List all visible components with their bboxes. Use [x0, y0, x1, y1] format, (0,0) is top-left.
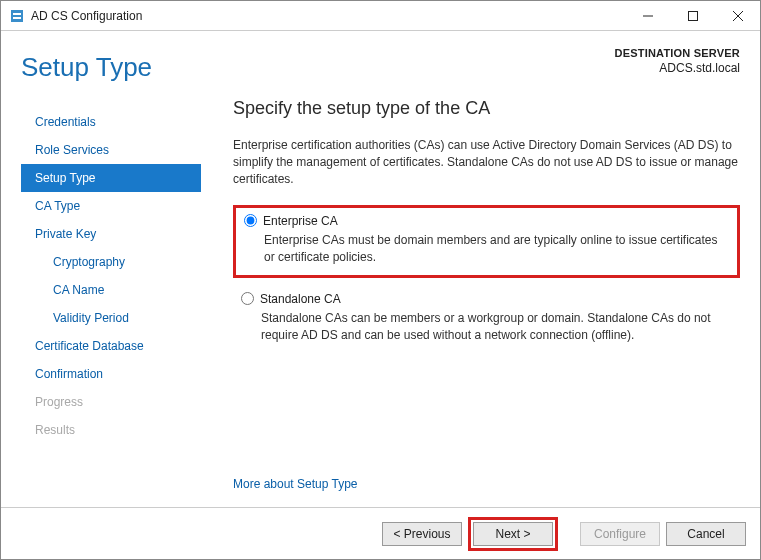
- svg-rect-0: [11, 10, 23, 22]
- sidebar-item-private-key[interactable]: Private Key: [21, 220, 201, 248]
- option-label: Standalone CA: [260, 292, 341, 306]
- minimize-button[interactable]: [625, 1, 670, 30]
- configure-button: Configure: [580, 522, 660, 546]
- option-standalone-ca: Standalone CAStandalone CAs can be membe…: [233, 286, 740, 353]
- header: Setup Type DESTINATION SERVER ADCS.std.l…: [1, 31, 760, 82]
- sidebar-item-setup-type[interactable]: Setup Type: [21, 164, 201, 192]
- option-enterprise-ca: Enterprise CAEnterprise CAs must be doma…: [233, 205, 740, 278]
- sidebar-item-certificate-database[interactable]: Certificate Database: [21, 332, 201, 360]
- close-button[interactable]: [715, 1, 760, 30]
- destination-label: DESTINATION SERVER: [615, 47, 740, 59]
- option-description: Standalone CAs can be members or a workg…: [261, 310, 732, 345]
- svg-rect-2: [13, 17, 21, 19]
- option-radio[interactable]: [244, 214, 257, 227]
- main-heading: Specify the setup type of the CA: [233, 98, 740, 119]
- sidebar-item-validity-period[interactable]: Validity Period: [21, 304, 201, 332]
- wizard-window: AD CS Configuration Setup Type DESTINATI…: [0, 0, 761, 560]
- option-row[interactable]: Standalone CA: [241, 292, 732, 306]
- cancel-button[interactable]: Cancel: [666, 522, 746, 546]
- maximize-button[interactable]: [670, 1, 715, 30]
- more-about-link[interactable]: More about Setup Type: [233, 477, 740, 491]
- sidebar-item-ca-name[interactable]: CA Name: [21, 276, 201, 304]
- next-button[interactable]: Next >: [473, 522, 553, 546]
- sidebar-item-ca-type[interactable]: CA Type: [21, 192, 201, 220]
- titlebar: AD CS Configuration: [1, 1, 760, 31]
- option-row[interactable]: Enterprise CA: [244, 214, 729, 228]
- window-title: AD CS Configuration: [31, 9, 142, 23]
- option-label: Enterprise CA: [263, 214, 338, 228]
- sidebar-item-confirmation[interactable]: Confirmation: [21, 360, 201, 388]
- previous-button[interactable]: < Previous: [382, 522, 462, 546]
- option-radio[interactable]: [241, 292, 254, 305]
- wizard-sidebar: CredentialsRole ServicesSetup TypeCA Typ…: [21, 92, 201, 507]
- sidebar-item-cryptography[interactable]: Cryptography: [21, 248, 201, 276]
- app-icon: [9, 8, 25, 24]
- wizard-footer: < Previous Next > Configure Cancel: [1, 507, 760, 559]
- svg-rect-4: [688, 11, 697, 20]
- page-title: Setup Type: [21, 53, 152, 82]
- destination-server: ADCS.std.local: [615, 61, 740, 75]
- option-description: Enterprise CAs must be domain members an…: [264, 232, 729, 267]
- options-group: Enterprise CAEnterprise CAs must be doma…: [233, 205, 740, 361]
- sidebar-item-results: Results: [21, 416, 201, 444]
- svg-rect-1: [13, 13, 21, 15]
- destination-block: DESTINATION SERVER ADCS.std.local: [615, 47, 740, 75]
- main-panel: Specify the setup type of the CA Enterpr…: [201, 92, 740, 507]
- sidebar-item-progress: Progress: [21, 388, 201, 416]
- intro-text: Enterprise certification authorities (CA…: [233, 137, 740, 189]
- sidebar-item-credentials[interactable]: Credentials: [21, 108, 201, 136]
- sidebar-item-role-services[interactable]: Role Services: [21, 136, 201, 164]
